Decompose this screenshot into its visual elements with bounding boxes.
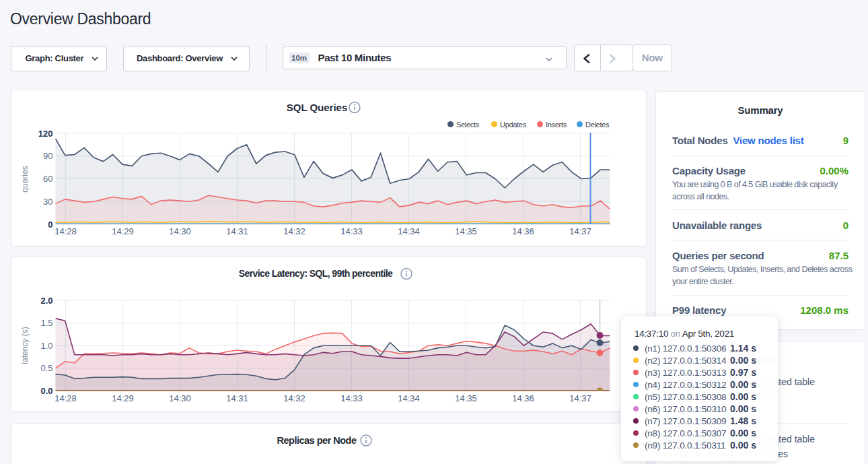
svg-text:14:32: 14:32 [283,393,305,403]
svg-text:14:35: 14:35 [455,226,477,236]
svg-text:14:36: 14:36 [512,393,534,403]
svg-text:14:29: 14:29 [112,226,134,236]
svg-text:0: 0 [48,220,52,230]
svg-text:60: 60 [43,174,52,184]
svg-text:14:36: 14:36 [512,226,534,236]
svg-text:Updates: Updates [500,121,527,129]
svg-text:Deletes: Deletes [585,121,610,129]
svg-text:14:30: 14:30 [169,226,191,236]
svg-text:14:31: 14:31 [226,393,248,403]
svg-text:14:28: 14:28 [55,393,77,403]
svg-text:14:33: 14:33 [340,393,363,403]
svg-text:30: 30 [43,197,52,207]
svg-text:14:33: 14:33 [340,226,363,236]
svg-text:1.5: 1.5 [40,318,52,328]
svg-text:14:34: 14:34 [398,393,420,403]
svg-text:0.5: 0.5 [40,363,52,373]
svg-text:14:29: 14:29 [112,393,134,403]
svg-text:14:35: 14:35 [455,393,477,403]
svg-text:14:31: 14:31 [226,226,248,236]
svg-text:latency (s): latency (s) [20,327,30,364]
svg-text:Replicas per Node: Replicas per Node [277,435,356,446]
svg-text:Service Latency: SQL, 99th per: Service Latency: SQL, 99th percentile [238,268,392,279]
svg-text:14:32: 14:32 [283,226,305,236]
svg-text:14:37: 14:37 [569,226,591,236]
svg-text:14:34: 14:34 [398,226,420,236]
svg-text:SQL Queries: SQL Queries [286,102,347,113]
svg-text:120: 120 [38,129,52,139]
svg-text:14:28: 14:28 [55,226,77,236]
svg-text:queries: queries [20,166,30,192]
svg-text:0.0: 0.0 [40,386,52,396]
svg-text:Selects: Selects [456,121,480,129]
svg-text:Inserts: Inserts [546,121,567,129]
svg-text:14:30: 14:30 [169,393,191,403]
svg-text:1.0: 1.0 [40,341,52,351]
svg-text:2.0: 2.0 [40,296,52,306]
svg-text:90: 90 [43,151,52,161]
svg-text:14:37: 14:37 [569,393,591,403]
